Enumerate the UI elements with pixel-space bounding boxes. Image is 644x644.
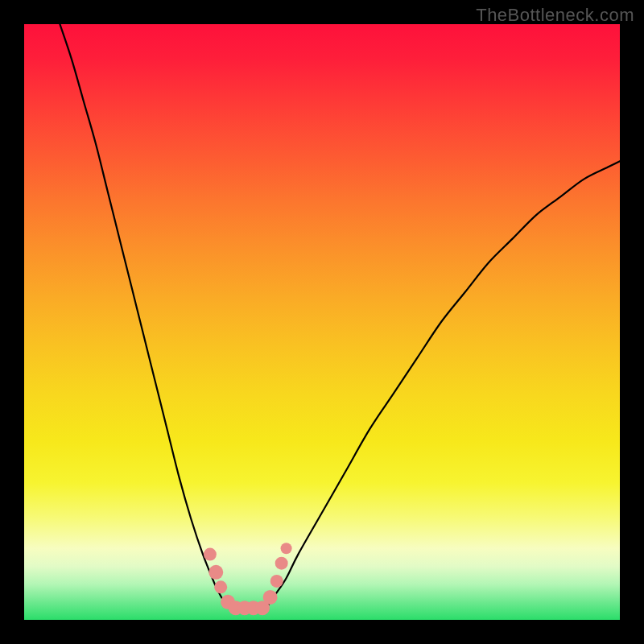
marker-beads (204, 543, 292, 615)
marker-bead (208, 565, 223, 580)
marker-bead (214, 580, 227, 593)
curve-layer (24, 24, 620, 620)
marker-bead (281, 543, 292, 554)
marker-bead (275, 557, 288, 570)
bottleneck-curve-path (60, 24, 620, 608)
marker-bead (204, 548, 217, 561)
chart-frame: TheBottleneck.com (0, 0, 644, 644)
plot-area (24, 24, 620, 620)
marker-bead (263, 590, 278, 605)
marker-bead (270, 575, 283, 588)
watermark-text: TheBottleneck.com (476, 5, 634, 26)
bottleneck-curve (60, 24, 620, 608)
